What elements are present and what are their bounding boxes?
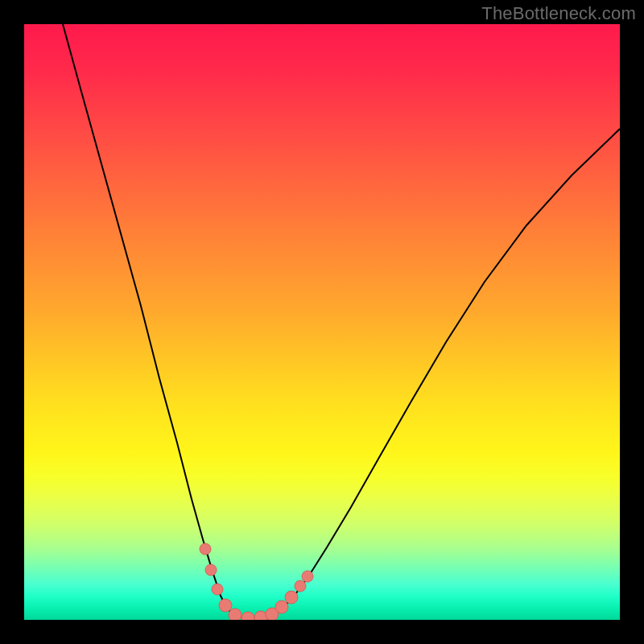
left-branch-curve xyxy=(63,24,248,618)
data-marker xyxy=(295,580,306,592)
data-marker xyxy=(200,543,211,555)
watermark-text: TheBottleneck.com xyxy=(481,3,636,24)
data-marker xyxy=(275,601,288,613)
data-marker xyxy=(219,599,232,612)
data-marker xyxy=(302,571,313,582)
chart-frame: TheBottleneck.com xyxy=(0,0,644,644)
data-marker xyxy=(229,609,242,620)
data-marker xyxy=(205,564,217,576)
data-marker xyxy=(212,584,223,595)
data-marker xyxy=(242,612,254,620)
chart-svg xyxy=(24,24,620,620)
data-marker xyxy=(285,591,298,604)
data-marker xyxy=(254,611,267,620)
plot-area xyxy=(24,24,620,620)
right-branch-curve xyxy=(248,129,620,618)
